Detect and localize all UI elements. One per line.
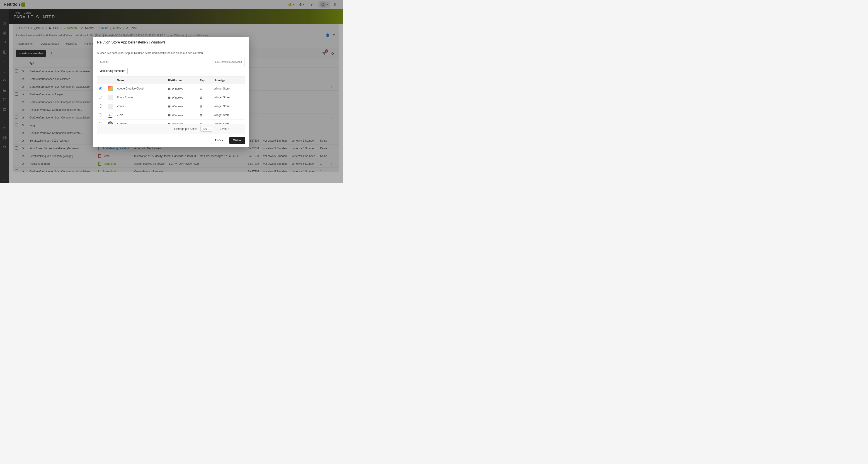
deploy-app-modal: Relution Store App bereitstellen | Windo… xyxy=(93,37,249,147)
search-input[interactable] xyxy=(100,60,215,63)
app-platform: ⊞Windows xyxy=(166,84,198,93)
windows-icon: ⊞ xyxy=(200,122,203,124)
windows-icon: ⊞ xyxy=(168,96,170,99)
app-subtype: Winget Store xyxy=(212,93,245,102)
col-name[interactable]: Name xyxy=(115,76,166,84)
windows-icon: ⊞ xyxy=(168,105,170,108)
app-radio[interactable] xyxy=(99,87,102,90)
app-name: Zoom Rooms xyxy=(115,93,166,102)
apps-table: Name Plattformen Typ Untertyp Adobe Crea… xyxy=(97,76,245,124)
app-radio[interactable] xyxy=(99,96,102,99)
app-radio[interactable] xyxy=(99,113,102,117)
app-name: Audacity xyxy=(115,120,166,124)
app-icon xyxy=(108,95,113,100)
app-row[interactable]: 7z 7-Zip ⊞Windows ⊞ Winget Store xyxy=(97,111,245,120)
app-radio[interactable] xyxy=(99,122,102,124)
clear-selection-button[interactable]: Markierung aufheben xyxy=(97,68,128,74)
app-platform: ⊞Windows xyxy=(166,102,198,111)
app-icon xyxy=(108,121,113,124)
app-row[interactable]: Zoom Rooms ⊞Windows ⊞ Winget Store xyxy=(97,93,245,102)
col-type[interactable]: Typ xyxy=(198,76,212,84)
windows-icon: ⊞ xyxy=(200,114,203,117)
back-button[interactable]: Zurück xyxy=(211,137,227,144)
app-platform: ⊞Windows xyxy=(166,111,198,120)
col-subtype[interactable]: Untertyp xyxy=(212,76,245,84)
selection-count: Ein Element ausgewählt xyxy=(215,61,242,63)
app-row[interactable]: Zoom ⊞Windows ⊞ Winget Store xyxy=(97,102,245,111)
app-platform: ⊞Windows xyxy=(166,120,198,124)
app-name: Zoom xyxy=(115,102,166,111)
windows-icon: ⊞ xyxy=(200,87,203,90)
app-type: ⊞ xyxy=(198,120,212,124)
app-subtype: Winget Store xyxy=(212,120,245,124)
app-row[interactable]: Audacity ⊞Windows ⊞ Winget Store xyxy=(97,120,245,124)
modal-title: Relution Store App bereitstellen | Windo… xyxy=(93,37,249,48)
app-subtype: Winget Store xyxy=(212,111,245,120)
page-size-label: Einträge pro Seite: xyxy=(174,127,197,130)
app-type: ⊞ xyxy=(198,84,212,93)
app-icon: 7z xyxy=(108,113,113,118)
windows-icon: ⊞ xyxy=(168,114,170,117)
windows-icon: ⊞ xyxy=(168,87,170,90)
app-subtype: Winget Store xyxy=(212,102,245,111)
app-row[interactable]: Adobe Creative Cloud ⊞Windows ⊞ Winget S… xyxy=(97,84,245,93)
app-icon xyxy=(108,86,113,91)
modal-description: Suchen Sie nach einer App im Relution St… xyxy=(97,52,245,55)
app-type: ⊞ xyxy=(198,111,212,120)
app-search-box[interactable]: Ein Element ausgewählt xyxy=(97,58,245,66)
app-type: ⊞ xyxy=(198,93,212,102)
app-type: ⊞ xyxy=(198,102,212,111)
next-page-button[interactable]: › xyxy=(239,126,242,131)
prev-page-button[interactable]: ‹ xyxy=(232,126,235,131)
app-platform: ⊞Windows xyxy=(166,93,198,102)
next-button[interactable]: Weiter xyxy=(229,137,245,144)
windows-icon: ⊞ xyxy=(168,122,170,124)
page-size-select[interactable]: 100 ▾ xyxy=(200,126,212,132)
windows-icon: ⊞ xyxy=(200,96,203,99)
app-subtype: Winget Store xyxy=(212,84,245,93)
app-radio[interactable] xyxy=(99,104,102,107)
page-range: 1 - 7 von 7 xyxy=(216,127,229,130)
app-name: Adobe Creative Cloud xyxy=(115,84,166,93)
col-platform[interactable]: Plattformen xyxy=(166,76,198,84)
app-name: 7-Zip xyxy=(115,111,166,120)
app-icon xyxy=(108,104,113,109)
chevron-down-icon: ▾ xyxy=(209,128,210,130)
windows-icon: ⊞ xyxy=(200,105,203,108)
